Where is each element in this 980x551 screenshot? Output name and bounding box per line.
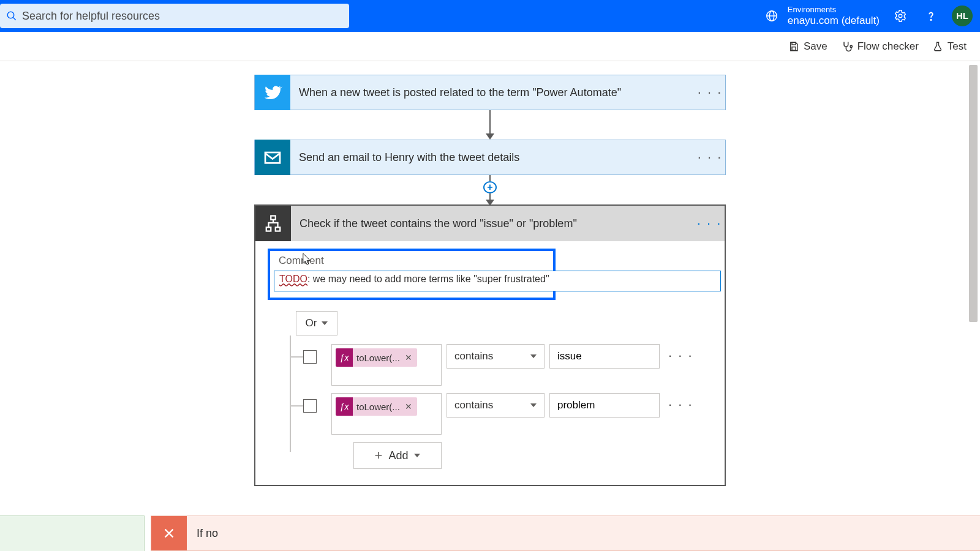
svg-rect-7 — [792, 42, 796, 45]
row-menu[interactable]: · · · — [665, 344, 697, 367]
add-row-button[interactable]: + Add — [353, 442, 442, 469]
search-icon — [6, 10, 17, 21]
flow-checker-button[interactable]: Flow checker — [841, 40, 919, 53]
row-checkbox[interactable] — [303, 350, 317, 364]
svg-rect-12 — [266, 227, 271, 231]
environment-picker[interactable]: Environments enayu.com (default) — [762, 5, 880, 27]
test-label: Test — [948, 40, 967, 53]
row-menu[interactable]: · · · — [665, 393, 697, 416]
operator-label: contains — [454, 399, 493, 411]
globe-icon — [762, 6, 782, 26]
search-placeholder: Search for helpful resources — [22, 10, 160, 23]
environments-label: Environments — [788, 5, 880, 15]
email-action-menu[interactable]: · · · — [695, 149, 725, 165]
trigger-menu[interactable]: · · · — [695, 84, 725, 100]
token-text: toLower(... — [356, 402, 400, 412]
avatar[interactable]: HL — [952, 6, 973, 26]
svg-line-1 — [13, 17, 16, 20]
logic-label: Or — [306, 317, 317, 329]
svg-point-6 — [930, 20, 931, 20]
expression-field[interactable]: ƒx toLower(... ✕ — [331, 393, 442, 435]
add-label: Add — [388, 449, 408, 462]
stethoscope-icon — [841, 40, 853, 53]
condition-header[interactable]: Check if the tweet contains the word "is… — [255, 206, 725, 241]
operator-select[interactable]: contains — [447, 344, 545, 369]
if-yes-branch[interactable] — [0, 515, 145, 551]
comment-todo: TODO — [279, 274, 307, 284]
save-label: Save — [804, 40, 827, 53]
add-step-connector: + — [254, 175, 726, 204]
flask-icon — [932, 41, 943, 52]
condition-title: Check if the tweet contains the word "is… — [291, 217, 694, 230]
close-icon — [151, 516, 187, 550]
plus-icon: + — [375, 448, 383, 463]
email-action-card[interactable]: Send an email to Henry with the tweet de… — [254, 140, 726, 175]
svg-rect-8 — [792, 47, 796, 50]
value-input[interactable] — [549, 393, 660, 418]
expression-token[interactable]: ƒx toLower(... ✕ — [336, 348, 417, 367]
connector — [254, 110, 726, 140]
row-tree-line — [290, 335, 291, 452]
expression-field[interactable]: ƒx toLower(... ✕ — [331, 344, 442, 386]
svg-point-5 — [899, 14, 902, 18]
save-icon — [788, 41, 799, 52]
token-remove[interactable]: ✕ — [400, 353, 417, 362]
value-input[interactable] — [549, 344, 660, 369]
svg-point-9 — [850, 45, 852, 47]
operator-label: contains — [454, 350, 493, 362]
save-button[interactable]: Save — [788, 40, 827, 53]
email-action-title: Send an email to Henry with the tweet de… — [290, 151, 695, 164]
trigger-card[interactable]: When a new tweet is posted related to th… — [254, 75, 726, 110]
chevron-down-icon — [530, 354, 537, 358]
fx-icon: ƒx — [336, 397, 353, 416]
topbar-right: Environments enayu.com (default) HL — [762, 5, 973, 27]
trigger-title: When a new tweet is posted related to th… — [290, 86, 695, 99]
mail-icon — [255, 140, 290, 175]
if-no-label: If no — [187, 516, 228, 550]
action-toolbar: Save Flow checker Test — [0, 32, 980, 61]
row-checkbox[interactable] — [303, 399, 317, 413]
top-header: Search for helpful resources Environment… — [0, 0, 980, 32]
flow-checker-label: Flow checker — [858, 40, 919, 53]
if-no-branch[interactable]: If no — [151, 515, 980, 551]
condition-row: ƒx toLower(... ✕ contains · · · — [303, 393, 712, 435]
logic-dropdown[interactable]: Or — [296, 311, 337, 335]
condition-row: ƒx toLower(... ✕ contains · · · — [303, 344, 712, 386]
add-step-button[interactable]: + — [483, 181, 497, 193]
chevron-down-icon — [530, 403, 537, 407]
svg-rect-11 — [271, 216, 276, 220]
expression-token[interactable]: ƒx toLower(... ✕ — [336, 397, 417, 416]
condition-icon — [255, 206, 291, 241]
svg-rect-13 — [276, 227, 281, 231]
comment-label: Comment — [275, 255, 548, 267]
environments-value: enayu.com (default) — [788, 15, 880, 27]
operator-select[interactable]: contains — [447, 393, 545, 418]
comment-input[interactable]: TODO: we may need to add more terms like… — [274, 271, 721, 291]
flow-canvas[interactable]: When a new tweet is posted related to th… — [0, 61, 980, 551]
comment-text: : we may need to add more terms like "su… — [307, 274, 549, 284]
scrollbar[interactable] — [968, 61, 979, 551]
fx-icon: ƒx — [336, 348, 353, 367]
search-input[interactable]: Search for helpful resources — [0, 4, 349, 28]
token-text: toLower(... — [356, 353, 400, 363]
chevron-down-icon — [322, 321, 328, 325]
svg-point-0 — [7, 12, 14, 18]
comment-block: Comment TODO: we may need to add more te… — [268, 249, 556, 300]
test-button[interactable]: Test — [932, 40, 967, 53]
condition-card: Check if the tweet contains the word "is… — [254, 204, 726, 486]
gear-icon[interactable] — [891, 6, 910, 26]
twitter-icon — [255, 75, 290, 110]
help-icon[interactable] — [921, 6, 941, 26]
condition-menu[interactable]: · · · — [694, 216, 725, 231]
token-remove[interactable]: ✕ — [400, 402, 417, 411]
chevron-down-icon — [414, 454, 420, 457]
